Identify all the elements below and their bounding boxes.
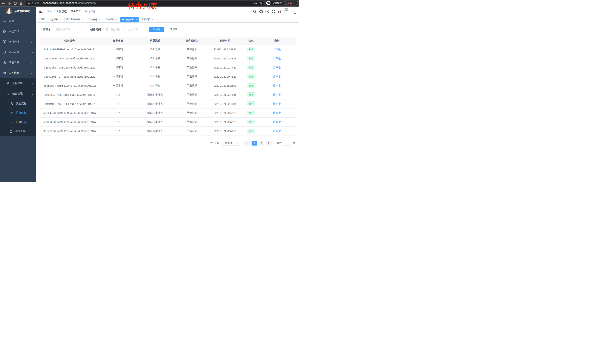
svg-text:?: ?: [266, 10, 268, 13]
svg-text:T: T: [280, 10, 282, 13]
svg-text:T: T: [278, 11, 279, 14]
